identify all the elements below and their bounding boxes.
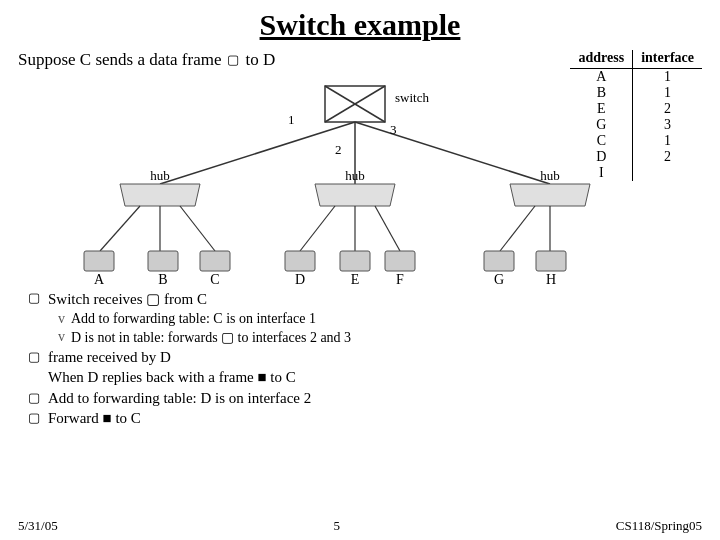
svg-text:switch: switch — [395, 90, 429, 105]
diagram-lines: A B C D E F G H switch 1 2 3 hub hub hub — [40, 76, 680, 286]
svg-line-3 — [160, 122, 355, 184]
svg-text:2: 2 — [335, 142, 342, 157]
bullet-symbol-4: ▢ — [28, 390, 44, 406]
footer-date: 5/31/05 — [18, 518, 58, 534]
svg-text:E: E — [351, 272, 360, 286]
bullet-text-5: Forward ■ to C — [48, 410, 141, 427]
svg-text:hub: hub — [150, 168, 170, 183]
v-icon-1: v — [58, 311, 65, 327]
svg-rect-23 — [484, 251, 514, 271]
svg-rect-17 — [84, 251, 114, 271]
bullet-symbol-1: ▢ — [28, 290, 44, 306]
svg-rect-18 — [148, 251, 178, 271]
svg-text:hub: hub — [540, 168, 560, 183]
bullet-add-d: ▢ Add to forwarding table: D is on inter… — [28, 390, 702, 407]
sub-bullets: v Add to forwarding table: C is on inter… — [58, 311, 702, 346]
sub-bullet-2: v D is not in table: forwards ▢ to inter… — [58, 329, 702, 346]
svg-text:1: 1 — [288, 112, 295, 127]
intro-text: Suppose C sends a data frame — [18, 50, 221, 70]
sub-bullet-1: v Add to forwarding table: C is on inter… — [58, 311, 702, 327]
svg-line-11 — [180, 206, 215, 251]
svg-line-5 — [355, 122, 550, 184]
bullets-section: ▢ Switch receives ▢ from C v Add to forw… — [28, 290, 702, 427]
svg-line-12 — [300, 206, 335, 251]
footer-course: CS118/Spring05 — [616, 518, 702, 534]
svg-rect-22 — [385, 251, 415, 271]
svg-text:hub: hub — [345, 168, 365, 183]
bullet-forward: ▢ Forward ■ to C — [28, 410, 702, 427]
bullet-text-1: Switch receives ▢ from C — [48, 290, 207, 308]
page: Switch example Suppose C sends a data fr… — [0, 0, 720, 540]
network-diagram: A B C D E F G H switch 1 2 3 hub hub hub — [40, 76, 680, 286]
footer-page: 5 — [334, 518, 341, 534]
v-icon-2: v — [58, 329, 65, 346]
svg-rect-20 — [285, 251, 315, 271]
intro-square: ▢ — [227, 52, 239, 68]
bullet-symbol-2: ▢ — [28, 349, 44, 365]
svg-rect-24 — [536, 251, 566, 271]
footer: 5/31/05 5 CS118/Spring05 — [0, 518, 720, 534]
svg-marker-7 — [315, 184, 395, 206]
svg-line-15 — [500, 206, 535, 251]
sub-bullet-text-2: D is not in table: forwards ▢ to interfa… — [71, 329, 351, 346]
bullet-switch-receives: ▢ Switch receives ▢ from C — [28, 290, 702, 308]
svg-text:C: C — [210, 272, 219, 286]
intro-to: to D — [245, 50, 275, 70]
page-title: Switch example — [18, 8, 702, 42]
bullet-text-2: frame received by D — [48, 349, 171, 366]
bullet-symbol-5: ▢ — [28, 410, 44, 426]
bullet-text-4: Add to forwarding table: D is on interfa… — [48, 390, 311, 407]
svg-line-14 — [375, 206, 400, 251]
svg-marker-6 — [120, 184, 200, 206]
bullet-symbol-3 — [28, 369, 44, 387]
svg-text:D: D — [295, 272, 305, 286]
bullet-when-d: When D replies back with a frame ■ to C — [28, 369, 702, 387]
svg-text:H: H — [546, 272, 556, 286]
iface-header: interface — [633, 50, 702, 69]
svg-text:F: F — [396, 272, 404, 286]
svg-rect-19 — [200, 251, 230, 271]
addr-header: address — [570, 50, 632, 69]
svg-marker-8 — [510, 184, 590, 206]
svg-text:A: A — [94, 272, 105, 286]
bullet-frame-received: ▢ frame received by D — [28, 349, 702, 366]
svg-text:B: B — [158, 272, 167, 286]
bullet-text-3: When D replies back with a frame ■ to C — [48, 369, 296, 386]
svg-rect-21 — [340, 251, 370, 271]
svg-line-9 — [100, 206, 140, 251]
sub-bullet-text-1: Add to forwarding table: C is on interfa… — [71, 311, 316, 327]
svg-text:3: 3 — [390, 122, 397, 137]
svg-text:G: G — [494, 272, 504, 286]
